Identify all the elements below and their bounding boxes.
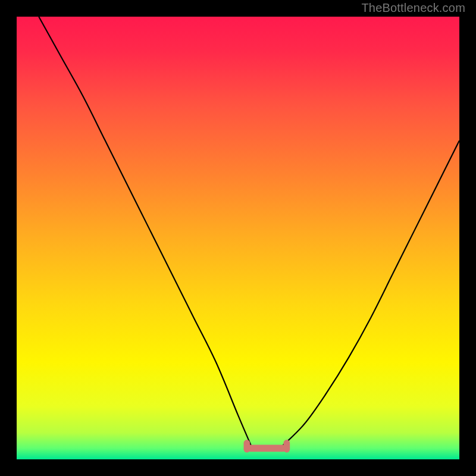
curve-left-arm — [39, 17, 251, 446]
attribution-text: TheBottleneck.com — [361, 1, 465, 15]
curve-layer — [17, 17, 459, 459]
chart-frame: TheBottleneck.com — [0, 0, 476, 476]
marker-end-left — [244, 440, 250, 452]
marker-bar — [247, 444, 287, 452]
marker-end-right — [283, 440, 290, 452]
curve-right-arm — [282, 140, 459, 446]
plot-area — [17, 17, 459, 459]
bottom-marker-band — [244, 440, 290, 452]
